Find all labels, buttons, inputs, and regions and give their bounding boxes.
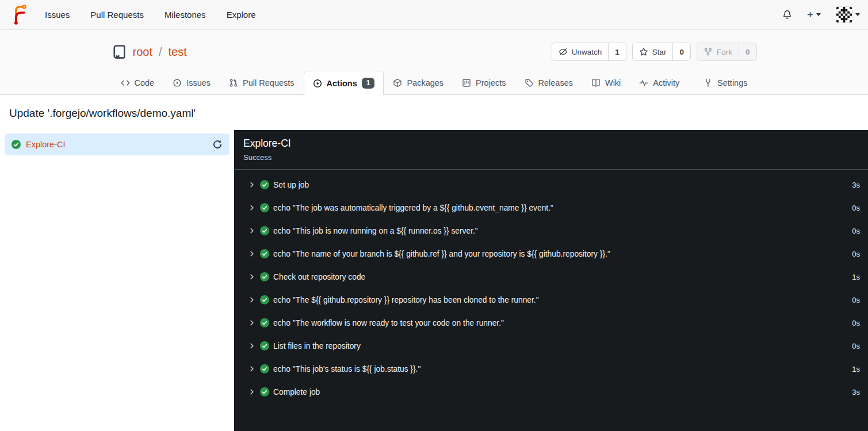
actions-count-badge: 1 bbox=[362, 78, 375, 88]
chevron-down-icon bbox=[855, 13, 860, 16]
step-success-check-icon bbox=[260, 249, 269, 258]
chevron-right-icon bbox=[248, 250, 256, 258]
nav-milestones[interactable]: Milestones bbox=[165, 10, 206, 20]
job-log-panel: Explore-CI Success Set up job 3s echo "T… bbox=[234, 130, 868, 431]
plus-icon: + bbox=[807, 9, 813, 20]
tab-label: Issues bbox=[186, 78, 211, 87]
step-row[interactable]: Set up job 3s bbox=[234, 173, 868, 196]
step-label: echo "The name of your branch is ${{ git… bbox=[273, 250, 610, 258]
tool-icon bbox=[703, 78, 713, 87]
tab-actions[interactable]: Actions 1 bbox=[304, 71, 384, 95]
tab-label: Actions bbox=[327, 79, 357, 88]
tab-settings[interactable]: Settings bbox=[694, 71, 756, 94]
create-new-button[interactable]: + bbox=[807, 9, 821, 20]
step-success-check-icon bbox=[260, 226, 269, 235]
tab-label: Pull Requests bbox=[243, 78, 294, 87]
unwatch-label: Unwatch bbox=[572, 48, 602, 56]
forgejo-logo[interactable] bbox=[10, 3, 29, 26]
nav-pull-requests[interactable]: Pull Requests bbox=[90, 10, 144, 20]
tab-label: Packages bbox=[407, 78, 443, 87]
user-menu-button[interactable] bbox=[836, 6, 860, 23]
tab-wiki[interactable]: Wiki bbox=[582, 71, 630, 94]
step-row[interactable]: echo "The name of your branch is ${{ git… bbox=[234, 242, 868, 265]
forks-count: 0 bbox=[739, 43, 756, 60]
step-duration: 1s bbox=[852, 365, 860, 373]
stars-count[interactable]: 0 bbox=[672, 43, 690, 60]
tab-projects[interactable]: Projects bbox=[453, 71, 515, 94]
step-success-check-icon bbox=[260, 364, 269, 373]
repo-tabs: Code Issues Pull Requests Actions 1 bbox=[112, 71, 757, 94]
step-duration: 0s bbox=[852, 319, 860, 327]
step-duration: 3s bbox=[852, 388, 860, 396]
step-success-check-icon bbox=[260, 295, 269, 304]
repo-path-separator: / bbox=[159, 45, 162, 59]
tab-label: Wiki bbox=[605, 78, 621, 87]
step-success-check-icon bbox=[260, 272, 269, 281]
tab-releases[interactable]: Releases bbox=[515, 71, 582, 94]
repo-title-row: root / test Unwatch 1 Star bbox=[112, 40, 757, 64]
step-row[interactable]: List files in the repository 0s bbox=[234, 334, 868, 357]
step-row[interactable]: echo "The workflow is now ready to test … bbox=[234, 311, 868, 334]
pulse-icon bbox=[639, 78, 648, 87]
step-row[interactable]: Complete job 3s bbox=[234, 380, 868, 403]
nav-explore[interactable]: Explore bbox=[227, 10, 256, 20]
step-label: echo "The workflow is now ready to test … bbox=[273, 319, 504, 327]
step-duration: 1s bbox=[852, 273, 860, 281]
step-label: echo "This job's status is ${{ job.statu… bbox=[273, 365, 420, 373]
job-success-check-icon bbox=[12, 140, 21, 149]
notifications-button[interactable] bbox=[782, 10, 792, 20]
tab-issues[interactable]: Issues bbox=[163, 71, 220, 94]
unwatch-button[interactable]: Unwatch 1 bbox=[552, 43, 626, 61]
step-label: Complete job bbox=[273, 388, 320, 396]
chevron-right-icon bbox=[248, 181, 256, 189]
step-label: Set up job bbox=[273, 181, 309, 189]
job-steps-list: Set up job 3s echo "The job was automati… bbox=[234, 170, 868, 407]
sidebar-job-explore-ci[interactable]: Explore-CI bbox=[5, 134, 230, 155]
tab-label: Releases bbox=[538, 78, 573, 87]
job-log-header: Explore-CI Success bbox=[234, 130, 868, 170]
step-duration: 0s bbox=[852, 204, 860, 212]
step-success-check-icon bbox=[260, 203, 269, 212]
top-nav-links: Issues Pull Requests Milestones Explore bbox=[45, 10, 255, 20]
fork-icon bbox=[703, 47, 713, 56]
bell-icon bbox=[782, 10, 792, 20]
chevron-down-icon bbox=[816, 13, 821, 16]
step-duration: 0s bbox=[852, 296, 860, 304]
chevron-right-icon bbox=[248, 319, 256, 327]
step-row[interactable]: echo "The job was automatically triggere… bbox=[234, 196, 868, 219]
tab-code[interactable]: Code bbox=[112, 71, 164, 94]
star-button[interactable]: Star 0 bbox=[632, 43, 691, 61]
step-label: echo "The ${{ github.repository }} repos… bbox=[273, 296, 539, 304]
nav-issues[interactable]: Issues bbox=[45, 10, 70, 20]
avatar bbox=[836, 6, 852, 23]
book-open-icon bbox=[591, 78, 601, 87]
top-nav-right: + bbox=[782, 6, 860, 23]
job-title: Explore-CI bbox=[243, 138, 859, 150]
step-row[interactable]: echo "The ${{ github.repository }} repos… bbox=[234, 288, 868, 311]
actions-run-page: Update '.forgejo/workflows/demo.yaml' Ex… bbox=[0, 95, 868, 431]
step-duration: 0s bbox=[852, 227, 860, 235]
jobs-sidebar: Explore-CI bbox=[0, 130, 234, 431]
repo-name-link[interactable]: test bbox=[169, 45, 187, 59]
job-status: Success bbox=[243, 153, 859, 162]
package-cube-icon bbox=[393, 78, 402, 87]
code-icon bbox=[121, 78, 130, 87]
step-row[interactable]: Check out repository code 1s bbox=[234, 265, 868, 288]
rerun-job-button[interactable] bbox=[212, 139, 223, 150]
refresh-icon bbox=[212, 139, 223, 150]
step-row[interactable]: echo "This job is now running on a ${{ r… bbox=[234, 219, 868, 242]
watchers-count[interactable]: 1 bbox=[608, 43, 626, 60]
tab-activity[interactable]: Activity bbox=[630, 71, 689, 94]
repo-owner-link[interactable]: root bbox=[133, 45, 152, 59]
step-row[interactable]: echo "This job's status is ${{ job.statu… bbox=[234, 357, 868, 380]
chevron-right-icon bbox=[248, 296, 256, 304]
chevron-right-icon bbox=[248, 204, 256, 212]
forgejo-logo-icon bbox=[10, 3, 29, 25]
step-duration: 0s bbox=[852, 342, 860, 350]
tab-packages[interactable]: Packages bbox=[384, 71, 453, 94]
tab-pull-requests[interactable]: Pull Requests bbox=[220, 71, 303, 94]
chevron-right-icon bbox=[248, 342, 256, 350]
page-title: Update '.forgejo/workflows/demo.yaml' bbox=[0, 95, 868, 130]
star-icon bbox=[639, 47, 648, 56]
step-duration: 0s bbox=[852, 250, 860, 258]
